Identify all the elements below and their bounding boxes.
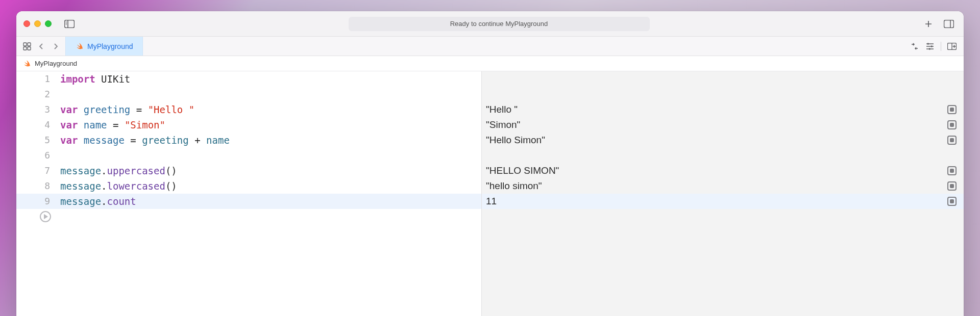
code-line[interactable]: 1import UIKit	[16, 71, 481, 87]
separator	[941, 42, 941, 51]
xcode-window: Ready to continue MyPlayground My	[16, 11, 964, 316]
close-window-button[interactable]	[23, 20, 30, 27]
svg-rect-18	[929, 48, 930, 49]
code-line[interactable]: 2	[16, 87, 481, 102]
result-value: "HELLO SIMON"	[486, 165, 559, 176]
code-line[interactable]: 8message.lowercased()	[16, 178, 481, 194]
line-number: 8	[16, 178, 60, 194]
code-line[interactable]: 5var message = greeting + name	[16, 133, 481, 148]
quicklook-button[interactable]	[947, 197, 957, 206]
line-number: 1	[16, 71, 60, 87]
related-items-button[interactable]	[20, 40, 34, 53]
tab-strip: MyPlayground	[16, 37, 964, 56]
quicklook-button[interactable]	[947, 136, 957, 145]
result-value: "Hello Simon"	[486, 135, 545, 146]
svg-rect-0	[65, 20, 75, 28]
results-sidebar: "Hello ""Simon""Hello Simon""HELLO SIMON…	[482, 71, 964, 316]
svg-rect-9	[23, 43, 27, 46]
editor-options-button[interactable]	[908, 40, 921, 53]
result-line: "Simon"	[482, 117, 964, 133]
code-content[interactable]: var message = greeting + name	[60, 133, 230, 148]
swift-file-icon	[22, 60, 31, 68]
quicklook-button[interactable]	[947, 166, 957, 175]
code-line[interactable]: 9message.count	[16, 194, 481, 209]
code-content[interactable]: message.count	[60, 194, 136, 209]
svg-rect-16	[927, 43, 929, 44]
add-button[interactable]	[921, 16, 936, 32]
result-line: "Hello Simon"	[482, 133, 964, 148]
result-value: 11	[486, 196, 497, 207]
line-number: 4	[16, 117, 60, 133]
result-line: "Hello "	[482, 102, 964, 117]
result-line	[482, 71, 964, 87]
tab-label: MyPlayground	[87, 42, 133, 50]
window-controls	[23, 20, 52, 27]
result-line	[482, 148, 964, 163]
quicklook-button[interactable]	[947, 181, 957, 191]
line-number: 6	[16, 148, 60, 163]
swift-file-icon	[75, 42, 83, 50]
code-line[interactable]: 4var name = "Simon"	[16, 117, 481, 133]
toggle-right-sidebar-button[interactable]	[941, 16, 957, 32]
svg-rect-7	[944, 20, 954, 28]
tab-myplayground[interactable]: MyPlayground	[65, 37, 143, 56]
quicklook-button[interactable]	[947, 105, 957, 114]
nav-forward-button[interactable]	[49, 40, 62, 53]
line-number: 5	[16, 133, 60, 148]
code-content[interactable]: import UIKit	[60, 71, 130, 87]
result-line: "HELLO SIMON"	[482, 163, 964, 178]
add-editor-button[interactable]	[945, 40, 959, 53]
svg-rect-12	[28, 47, 31, 50]
code-content[interactable]: message.uppercased()	[60, 163, 177, 178]
code-content[interactable]: message.lowercased()	[60, 178, 177, 194]
code-line[interactable]: 3var greeting = "Hello "	[16, 102, 481, 117]
zoom-window-button[interactable]	[45, 20, 52, 27]
adjust-editor-button[interactable]	[923, 40, 937, 53]
line-number: 2	[16, 87, 60, 102]
code-line[interactable]: 7message.uppercased()	[16, 163, 481, 178]
svg-rect-17	[931, 45, 933, 47]
result-value: "Hello "	[486, 104, 518, 115]
line-number: 3	[16, 102, 60, 117]
activity-status: Ready to continue MyPlayground	[349, 17, 650, 31]
svg-rect-10	[28, 43, 31, 46]
result-line: 11	[482, 194, 964, 209]
line-number: 9	[16, 194, 60, 209]
code-content[interactable]: var greeting = "Hello "	[60, 102, 194, 117]
result-value: "Simon"	[486, 119, 520, 130]
editor-area: 1import UIKit23var greeting = "Hello "4v…	[16, 71, 964, 316]
result-line	[482, 87, 964, 102]
line-number: 7	[16, 163, 60, 178]
result-line: "hello simon"	[482, 178, 964, 194]
code-editor[interactable]: 1import UIKit23var greeting = "Hello "4v…	[16, 71, 482, 316]
minimize-window-button[interactable]	[34, 20, 41, 27]
quicklook-button[interactable]	[947, 120, 957, 129]
run-playground-button[interactable]	[40, 211, 51, 222]
svg-rect-11	[23, 47, 27, 50]
titlebar: Ready to continue MyPlayground	[16, 11, 964, 37]
code-line[interactable]: 6	[16, 148, 481, 163]
code-content[interactable]: var name = "Simon"	[60, 117, 165, 133]
toggle-left-sidebar-button[interactable]	[62, 16, 77, 32]
jump-bar[interactable]: MyPlayground	[16, 56, 964, 71]
breadcrumb-file: MyPlayground	[35, 60, 77, 67]
nav-back-button[interactable]	[35, 40, 48, 53]
result-value: "hello simon"	[486, 180, 542, 192]
activity-status-text: Ready to continue MyPlayground	[450, 20, 548, 28]
